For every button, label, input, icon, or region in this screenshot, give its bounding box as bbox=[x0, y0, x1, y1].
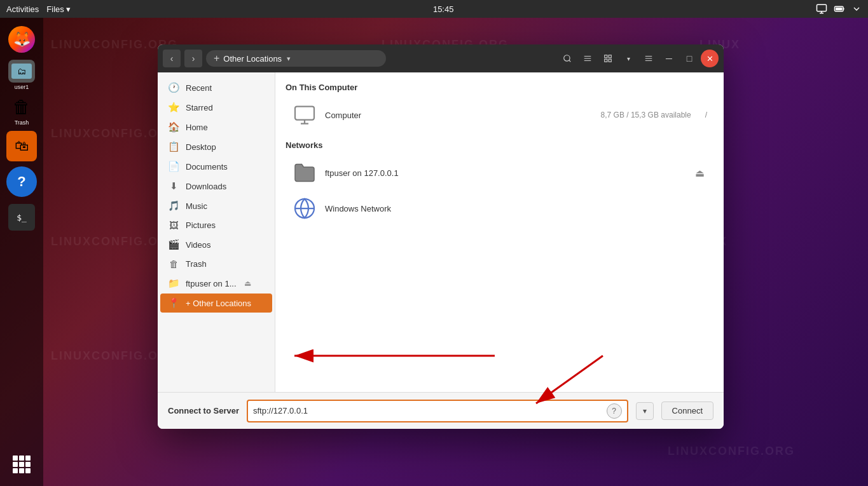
sidebar-item-documents[interactable]: 📄 Documents bbox=[160, 157, 272, 176]
on-this-computer-title: On This Computer bbox=[286, 83, 713, 92]
server-help-button[interactable]: ? bbox=[607, 403, 622, 419]
computer-meta: 8,7 GB / 15,3 GB available bbox=[601, 111, 691, 119]
server-input-wrap[interactable]: ? bbox=[247, 400, 628, 422]
sidebar-item-home[interactable]: 🏠 Home bbox=[160, 118, 272, 137]
sidebar: 🕐 Recent ⭐ Starred 🏠 Home 📋 Desktop 📄 Do bbox=[158, 72, 275, 392]
ftpuser-unmount-button[interactable]: ⏏ bbox=[692, 165, 707, 182]
computer-item[interactable]: Computer 8,7 GB / 15,3 GB available / bbox=[286, 97, 713, 133]
dock-grid-button[interactable] bbox=[6, 449, 37, 480]
sidebar-item-ftpuser[interactable]: 📁 ftpuser on 1... ⏏ bbox=[160, 274, 272, 293]
battery-icon bbox=[834, 3, 845, 15]
sidebar-downloads-label: Downloads bbox=[186, 182, 226, 191]
other-locations-icon: 📍 bbox=[168, 297, 179, 309]
dock-item-help[interactable]: ? bbox=[6, 166, 37, 197]
ftpuser-network-item[interactable]: ftpuser on 127.0.0.1 ⏏ bbox=[286, 155, 713, 191]
file-manager-window: ‹ › + Other Locations ▾ ▾ ─ □ ✕ bbox=[158, 44, 724, 429]
downloads-icon: ⬇ bbox=[168, 180, 179, 192]
videos-icon: 🎬 bbox=[168, 239, 179, 250]
ftpuser-folder-icon bbox=[292, 160, 317, 186]
desktop-icon-sidebar: 📋 bbox=[168, 141, 179, 152]
view-dropdown-button[interactable]: ▾ bbox=[619, 50, 637, 67]
dock-item-files[interactable]: 🗂 user1 bbox=[6, 60, 37, 90]
server-history-button[interactable]: ▾ bbox=[636, 402, 654, 420]
content-area: 🕐 Recent ⭐ Starred 🏠 Home 📋 Desktop 📄 Do bbox=[158, 72, 724, 392]
dock-files-label: user1 bbox=[15, 84, 29, 90]
ftpuser-icon: 📁 bbox=[168, 278, 179, 289]
documents-icon: 📄 bbox=[168, 161, 179, 172]
windows-network-name: Windows Network bbox=[325, 204, 707, 213]
server-address-input[interactable] bbox=[253, 406, 604, 415]
watermark-bottom: LINUXCONFIG.ORG bbox=[668, 445, 795, 458]
network-icon bbox=[816, 3, 827, 15]
grid-view-button[interactable] bbox=[599, 50, 617, 67]
location-dropdown[interactable]: ▾ bbox=[287, 55, 291, 63]
sidebar-desktop-label: Desktop bbox=[186, 142, 216, 152]
back-button[interactable]: ‹ bbox=[163, 50, 181, 67]
sidebar-item-trash[interactable]: 🗑 Trash bbox=[160, 255, 272, 273]
sidebar-home-label: Home bbox=[186, 123, 208, 132]
sidebar-starred-label: Starred bbox=[186, 103, 213, 112]
top-bar-left: Activities Files ▾ bbox=[6, 4, 71, 14]
main-panel: On This Computer Computer 8,7 GB / 15,3 … bbox=[275, 72, 724, 392]
ftpuser-network-name: ftpuser on 127.0.0.1 bbox=[325, 168, 685, 178]
title-bar-actions: ▾ ─ □ ✕ bbox=[558, 50, 719, 67]
sidebar-trash-label: Trash bbox=[186, 259, 207, 269]
sidebar-videos-label: Videos bbox=[186, 240, 211, 250]
sidebar-recent-label: Recent bbox=[186, 83, 212, 93]
recent-icon: 🕐 bbox=[168, 82, 179, 93]
dock-item-trash[interactable]: 🗑 Trash bbox=[6, 95, 37, 126]
location-text: Other Locations bbox=[223, 54, 282, 64]
dock-item-appstore[interactable]: 🛍 bbox=[6, 131, 37, 161]
computer-icon bbox=[292, 102, 317, 128]
trash-sidebar-icon: 🗑 bbox=[168, 259, 179, 269]
sidebar-item-music[interactable]: 🎵 Music bbox=[160, 196, 272, 215]
close-button[interactable]: ✕ bbox=[701, 50, 719, 67]
sidebar-item-desktop[interactable]: 📋 Desktop bbox=[160, 137, 272, 156]
dock-item-firefox[interactable]: 🦊 bbox=[6, 24, 37, 55]
list-view-button[interactable] bbox=[579, 50, 596, 67]
search-button[interactable] bbox=[558, 50, 576, 67]
files-menu[interactable]: Files ▾ bbox=[46, 4, 71, 14]
home-icon: 🏠 bbox=[168, 121, 179, 133]
activities-label[interactable]: Activities bbox=[6, 4, 39, 14]
windows-network-icon bbox=[292, 196, 317, 221]
location-plus: + bbox=[214, 53, 219, 64]
sidebar-item-downloads[interactable]: ⬇ Downloads bbox=[160, 177, 272, 196]
sidebar-item-recent[interactable]: 🕐 Recent bbox=[160, 78, 272, 97]
location-bar[interactable]: + Other Locations ▾ bbox=[206, 50, 386, 67]
dropdown-icon[interactable] bbox=[851, 4, 862, 14]
top-bar-right bbox=[816, 3, 862, 15]
bottom-bar: Connect to Server ? ▾ Connect bbox=[158, 392, 724, 429]
svg-rect-18 bbox=[295, 107, 314, 120]
clock: 15:45 bbox=[433, 4, 454, 14]
maximize-button[interactable]: □ bbox=[680, 50, 698, 67]
sidebar-item-pictures[interactable]: 🖼 Pictures bbox=[160, 216, 272, 234]
sidebar-pictures-label: Pictures bbox=[186, 220, 216, 230]
sidebar-other-locations-label: + Other Locations bbox=[186, 299, 251, 308]
dock-trash-label: Trash bbox=[15, 119, 29, 126]
svg-rect-12 bbox=[609, 55, 611, 58]
svg-rect-14 bbox=[609, 59, 611, 62]
forward-button[interactable]: › bbox=[184, 50, 202, 67]
svg-point-6 bbox=[564, 55, 570, 61]
computer-name: Computer bbox=[325, 111, 593, 120]
connect-button[interactable]: Connect bbox=[661, 402, 713, 420]
dock-item-terminal[interactable]: $_ bbox=[6, 202, 37, 233]
svg-rect-11 bbox=[605, 55, 607, 58]
sidebar-item-other-locations[interactable]: 📍 + Other Locations bbox=[160, 294, 272, 313]
pictures-icon: 🖼 bbox=[168, 220, 179, 231]
menu-button[interactable] bbox=[640, 50, 658, 67]
svg-rect-13 bbox=[605, 59, 607, 62]
svg-rect-0 bbox=[817, 4, 827, 11]
windows-network-item[interactable]: Windows Network bbox=[286, 191, 713, 226]
music-icon: 🎵 bbox=[168, 200, 179, 212]
sidebar-music-label: Music bbox=[186, 201, 207, 211]
connect-label: Connect to Server bbox=[168, 406, 239, 415]
minimize-button[interactable]: ─ bbox=[660, 50, 678, 67]
svg-rect-4 bbox=[843, 8, 844, 10]
title-bar: ‹ › + Other Locations ▾ ▾ ─ □ ✕ bbox=[158, 44, 724, 72]
starred-icon: ⭐ bbox=[168, 102, 179, 113]
sidebar-item-starred[interactable]: ⭐ Starred bbox=[160, 98, 272, 117]
sidebar-item-videos[interactable]: 🎬 Videos bbox=[160, 235, 272, 254]
ftpuser-eject-button[interactable]: ⏏ bbox=[243, 278, 252, 289]
